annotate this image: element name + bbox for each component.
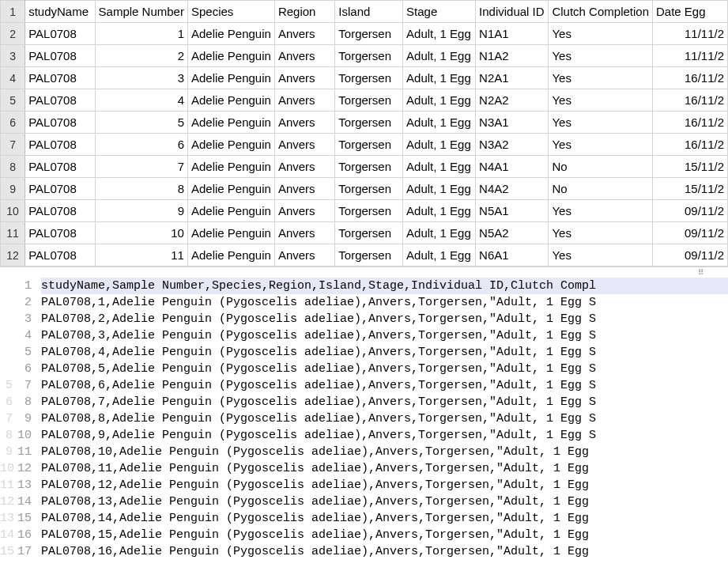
column-header[interactable]: Sample Number — [95, 1, 187, 23]
cell-date[interactable]: 11/11/2 — [653, 23, 728, 45]
cell-island[interactable]: Torgersen — [335, 134, 403, 156]
cell-region[interactable]: Anvers — [274, 222, 334, 244]
line-text[interactable]: PAL0708,13,Adelie Penguin (Pygoscelis ad… — [41, 493, 728, 510]
editor-line[interactable]: 1studyName,Sample Number,Species,Region,… — [0, 278, 728, 294]
table-row[interactable]: 10PAL07089Adelie PenguinAnversTorgersenA… — [1, 200, 728, 222]
cell-indiv[interactable]: N1A2 — [476, 45, 549, 67]
row-header[interactable]: 1 — [1, 1, 25, 23]
line-text[interactable]: PAL0708,6,Adelie Penguin (Pygoscelis ade… — [41, 377, 728, 394]
table-row[interactable]: 3PAL07082Adelie PenguinAnversTorgersenAd… — [1, 45, 728, 67]
text-editor-panel[interactable]: 1studyName,Sample Number,Species,Region,… — [0, 278, 728, 560]
row-header[interactable]: 9 — [1, 178, 25, 200]
cell-clutch[interactable]: Yes — [549, 200, 653, 222]
cell-sample[interactable]: 1 — [95, 23, 187, 45]
line-text[interactable]: PAL0708,15,Adelie Penguin (Pygoscelis ad… — [41, 527, 728, 543]
cell-region[interactable]: Anvers — [274, 23, 334, 45]
cell-clutch[interactable]: No — [549, 156, 653, 178]
cell-indiv[interactable]: N5A2 — [476, 222, 549, 244]
editor-line[interactable]: 57PAL0708,6,Adelie Penguin (Pygoscelis a… — [0, 377, 728, 394]
cell-island[interactable]: Torgersen — [335, 156, 403, 178]
cell-clutch[interactable]: Yes — [549, 134, 653, 156]
line-text[interactable]: studyName,Sample Number,Species,Region,I… — [41, 278, 728, 294]
table-row[interactable]: 6PAL07085Adelie PenguinAnversTorgersenAd… — [1, 112, 728, 134]
column-header[interactable]: Region — [274, 1, 334, 23]
cell-date[interactable]: 15/11/2 — [653, 156, 728, 178]
cell-stage[interactable]: Adult, 1 Egg — [403, 112, 476, 134]
cell-species[interactable]: Adelie Penguin — [187, 134, 274, 156]
editor-line[interactable]: 5PAL0708,4,Adelie Penguin (Pygoscelis ad… — [0, 344, 728, 361]
cell-clutch[interactable]: Yes — [549, 45, 653, 67]
editor-line[interactable]: 1113PAL0708,12,Adelie Penguin (Pygosceli… — [0, 477, 728, 493]
cell-sample[interactable]: 2 — [95, 45, 187, 67]
editor-line[interactable]: 79PAL0708,8,Adelie Penguin (Pygoscelis a… — [0, 410, 728, 427]
cell-date[interactable]: 09/11/2 — [653, 244, 728, 267]
line-text[interactable]: PAL0708,9,Adelie Penguin (Pygoscelis ade… — [41, 427, 728, 444]
cell-indiv[interactable]: N3A2 — [476, 134, 549, 156]
line-text[interactable]: PAL0708,10,Adelie Penguin (Pygoscelis ad… — [41, 444, 728, 460]
cell-clutch[interactable]: Yes — [549, 244, 653, 267]
cell-region[interactable]: Anvers — [274, 45, 334, 67]
data-grid[interactable]: 1studyNameSample NumberSpeciesRegionIsla… — [0, 0, 728, 267]
cell-clutch[interactable]: Yes — [549, 67, 653, 89]
cell-species[interactable]: Adelie Penguin — [187, 23, 274, 45]
cell-region[interactable]: Anvers — [274, 200, 334, 222]
cell-clutch[interactable]: Yes — [549, 112, 653, 134]
cell-stage[interactable]: Adult, 1 Egg — [403, 222, 476, 244]
editor-line[interactable]: 1416PAL0708,15,Adelie Penguin (Pygosceli… — [0, 527, 728, 543]
cell-stage[interactable]: Adult, 1 Egg — [403, 45, 476, 67]
cell-island[interactable]: Torgersen — [335, 89, 403, 112]
cell-island[interactable]: Torgersen — [335, 178, 403, 200]
cell-date[interactable]: 09/11/2 — [653, 200, 728, 222]
line-text[interactable]: PAL0708,3,Adelie Penguin (Pygoscelis ade… — [41, 327, 728, 344]
line-text[interactable]: PAL0708,8,Adelie Penguin (Pygoscelis ade… — [41, 410, 728, 427]
cell-study[interactable]: PAL0708 — [25, 134, 95, 156]
drag-handle-icon[interactable]: ⠿ — [698, 270, 704, 276]
cell-date[interactable]: 16/11/2 — [653, 134, 728, 156]
cell-indiv[interactable]: N1A1 — [476, 23, 549, 45]
cell-study[interactable]: PAL0708 — [25, 23, 95, 45]
cell-species[interactable]: Adelie Penguin — [187, 178, 274, 200]
line-text[interactable]: PAL0708,14,Adelie Penguin (Pygoscelis ad… — [41, 510, 728, 527]
line-text[interactable]: PAL0708,4,Adelie Penguin (Pygoscelis ade… — [41, 344, 728, 361]
cell-region[interactable]: Anvers — [274, 67, 334, 89]
row-header[interactable]: 3 — [1, 45, 25, 67]
cell-date[interactable]: 11/11/2 — [653, 45, 728, 67]
editor-line[interactable]: 68PAL0708,7,Adelie Penguin (Pygoscelis a… — [0, 394, 728, 410]
column-header[interactable]: Date Egg — [653, 1, 728, 23]
editor-line[interactable]: 4PAL0708,3,Adelie Penguin (Pygoscelis ad… — [0, 327, 728, 344]
cell-sample[interactable]: 4 — [95, 89, 187, 112]
cell-indiv[interactable]: N2A1 — [476, 67, 549, 89]
cell-study[interactable]: PAL0708 — [25, 200, 95, 222]
column-header[interactable]: Stage — [403, 1, 476, 23]
cell-indiv[interactable]: N5A1 — [476, 200, 549, 222]
cell-study[interactable]: PAL0708 — [25, 45, 95, 67]
row-header[interactable]: 2 — [1, 23, 25, 45]
table-row[interactable]: 5PAL07084Adelie PenguinAnversTorgersenAd… — [1, 89, 728, 112]
cell-sample[interactable]: 9 — [95, 200, 187, 222]
cell-date[interactable]: 16/11/2 — [653, 112, 728, 134]
cell-species[interactable]: Adelie Penguin — [187, 156, 274, 178]
line-text[interactable]: PAL0708,2,Adelie Penguin (Pygoscelis ade… — [41, 311, 728, 327]
cell-sample[interactable]: 11 — [95, 244, 187, 267]
cell-island[interactable]: Torgersen — [335, 222, 403, 244]
cell-island[interactable]: Torgersen — [335, 244, 403, 267]
cell-species[interactable]: Adelie Penguin — [187, 45, 274, 67]
cell-stage[interactable]: Adult, 1 Egg — [403, 67, 476, 89]
column-header[interactable]: Individual ID — [476, 1, 549, 23]
cell-region[interactable]: Anvers — [274, 112, 334, 134]
cell-region[interactable]: Anvers — [274, 89, 334, 112]
cell-indiv[interactable]: N3A1 — [476, 112, 549, 134]
cell-stage[interactable]: Adult, 1 Egg — [403, 200, 476, 222]
cell-island[interactable]: Torgersen — [335, 200, 403, 222]
cell-island[interactable]: Torgersen — [335, 67, 403, 89]
cell-species[interactable]: Adelie Penguin — [187, 244, 274, 267]
cell-stage[interactable]: Adult, 1 Egg — [403, 156, 476, 178]
editor-line[interactable]: 1012PAL0708,11,Adelie Penguin (Pygosceli… — [0, 460, 728, 477]
cell-sample[interactable]: 6 — [95, 134, 187, 156]
cell-date[interactable]: 16/11/2 — [653, 89, 728, 112]
editor-line[interactable]: 6PAL0708,5,Adelie Penguin (Pygoscelis ad… — [0, 361, 728, 377]
row-header[interactable]: 10 — [1, 200, 25, 222]
editor-line[interactable]: 1517PAL0708,16,Adelie Penguin (Pygosceli… — [0, 543, 728, 560]
cell-region[interactable]: Anvers — [274, 134, 334, 156]
cell-date[interactable]: 15/11/2 — [653, 178, 728, 200]
